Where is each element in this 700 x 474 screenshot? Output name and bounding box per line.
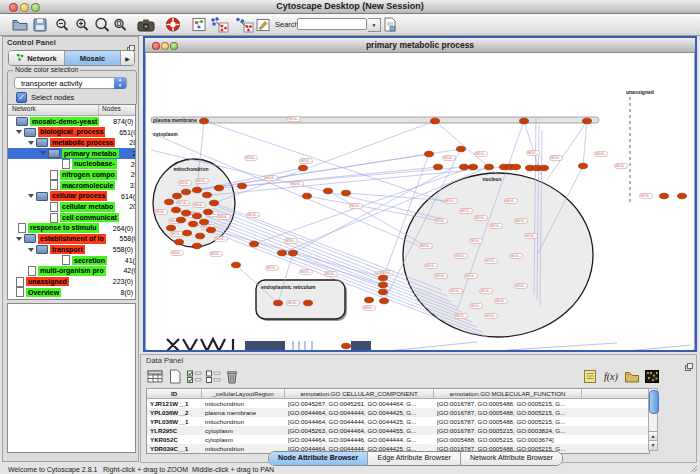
network-node[interactable] bbox=[485, 164, 494, 170]
tree-row[interactable]: multi-organism pro42(0) bbox=[8, 266, 135, 277]
tree-row[interactable]: transport558(0) bbox=[8, 244, 135, 255]
network-canvas[interactable]: GO:0…GO:0…GO:0…GO:0…GO:0…GO:0…GO:0…GO:0…… bbox=[147, 55, 693, 350]
network-node[interactable] bbox=[177, 217, 186, 223]
disclosure-triangle-icon[interactable] bbox=[28, 248, 34, 252]
tree-row[interactable]: metabolic process280(0) bbox=[8, 137, 135, 148]
tree-row[interactable]: cellular metabo209(0) bbox=[8, 202, 135, 213]
resize-grip-icon[interactable] bbox=[690, 465, 698, 473]
network-node[interactable] bbox=[304, 300, 313, 306]
network-node[interactable] bbox=[342, 343, 351, 349]
window-titlebar[interactable]: Cytoscape Desktop (New Session) bbox=[0, 0, 700, 14]
open-session-icon[interactable] bbox=[11, 16, 29, 33]
float-data-panel-icon[interactable] bbox=[685, 357, 693, 365]
network-node[interactable] bbox=[200, 219, 209, 225]
disclosure-triangle-icon[interactable] bbox=[16, 237, 22, 241]
tree-header[interactable]: Network Nodes bbox=[8, 105, 135, 116]
import-table-folder-icon[interactable] bbox=[624, 369, 640, 384]
table-cell[interactable]: YPL036W__1 bbox=[147, 417, 202, 426]
apply-layout-b-icon[interactable] bbox=[234, 16, 254, 33]
tree-row[interactable]: nucleobase-209(0) bbox=[8, 159, 135, 170]
table-cell[interactable]: YPL036W__2 bbox=[147, 408, 202, 417]
network-node[interactable] bbox=[183, 230, 192, 236]
disclosure-triangle-icon[interactable] bbox=[28, 194, 34, 198]
search-input[interactable] bbox=[297, 18, 367, 30]
network-node[interactable] bbox=[215, 185, 224, 191]
disclosure-triangle-icon[interactable] bbox=[28, 141, 34, 145]
network-node[interactable] bbox=[200, 118, 209, 124]
network-node[interactable] bbox=[196, 233, 205, 239]
new-attribute-icon[interactable] bbox=[167, 369, 183, 384]
table-cell[interactable]: YJR121W__1 bbox=[147, 399, 202, 408]
unselect-attributes-icon[interactable] bbox=[205, 369, 221, 384]
table-cell[interactable]: [GO:0005488, GO:0005215, GO:0003674] bbox=[434, 435, 582, 444]
tree-row[interactable]: primary metabo209(... bbox=[8, 148, 135, 159]
table-cell[interactable]: [GO:0044464, GO:0044444, GO:0044425, G..… bbox=[285, 408, 434, 417]
network-node[interactable] bbox=[434, 164, 443, 170]
tree-row[interactable]: mosaic-demo-yeast874(0) bbox=[8, 116, 135, 127]
edge[interactable] bbox=[547, 121, 587, 180]
network-node[interactable] bbox=[204, 209, 213, 215]
network-node[interactable] bbox=[238, 183, 247, 189]
network-node[interactable] bbox=[469, 164, 478, 170]
plasma-membrane-region[interactable] bbox=[151, 117, 599, 123]
annotation-notes-icon[interactable] bbox=[582, 369, 598, 384]
tree-row[interactable]: unassigned223(0) bbox=[8, 276, 135, 287]
table-cell[interactable]: cytoplasm bbox=[202, 435, 285, 444]
column-header[interactable]: annotation.GO CELLULAR_COMPONENT bbox=[285, 389, 434, 398]
network-node[interactable] bbox=[678, 193, 687, 199]
table-row[interactable]: YPL036W__1mitochondrion[GO:0044464, GO:0… bbox=[147, 417, 649, 426]
edge[interactable] bbox=[583, 121, 587, 166]
table-cell[interactable]: mitochondrion bbox=[202, 417, 285, 426]
matrix-view-icon[interactable] bbox=[644, 369, 660, 384]
network-node[interactable] bbox=[380, 298, 389, 304]
tab-overflow-arrow[interactable]: ▶ bbox=[121, 51, 134, 65]
column-header[interactable]: ID bbox=[147, 389, 202, 398]
network-node[interactable] bbox=[210, 200, 219, 206]
network-node[interactable] bbox=[365, 297, 374, 303]
table-cell[interactable]: mitochondrion bbox=[202, 399, 285, 408]
network-node[interactable] bbox=[342, 190, 351, 196]
disclosure-triangle-icon[interactable] bbox=[40, 151, 46, 155]
network-node[interactable] bbox=[425, 151, 434, 157]
formula-builder-icon[interactable]: f(x) bbox=[603, 369, 619, 384]
network-view-titlebar[interactable]: primary metabolic process bbox=[145, 38, 695, 53]
network-node[interactable] bbox=[457, 146, 466, 152]
network-node[interactable] bbox=[193, 187, 202, 193]
edit-network-icon[interactable] bbox=[256, 16, 270, 33]
network-overview-icon[interactable] bbox=[192, 16, 206, 33]
network-node[interactable] bbox=[379, 275, 388, 281]
attribute-table-header[interactable]: ID_cellularLayoutRegionannotation.GO CEL… bbox=[147, 389, 649, 399]
network-node[interactable] bbox=[289, 250, 298, 256]
table-cell[interactable]: cytoplasm bbox=[202, 426, 285, 435]
network-node[interactable] bbox=[193, 213, 202, 219]
node-color-dropdown[interactable]: transporter activity ▲▼ bbox=[14, 77, 127, 89]
search-dropdown-button[interactable]: ▼ bbox=[368, 18, 381, 32]
select-attributes-icon[interactable] bbox=[186, 369, 202, 384]
network-node[interactable] bbox=[182, 189, 191, 195]
network-node[interactable] bbox=[583, 118, 592, 124]
select-nodes-checkbox[interactable]: ✓ bbox=[16, 92, 27, 103]
network-node[interactable] bbox=[175, 239, 184, 245]
birds-eye-view[interactable] bbox=[7, 303, 136, 453]
network-node[interactable] bbox=[379, 289, 388, 295]
network-node[interactable] bbox=[167, 225, 176, 231]
attribute-table-icon[interactable] bbox=[147, 369, 163, 384]
tree-row[interactable]: cellular process614(0) bbox=[8, 191, 135, 202]
tree-row[interactable]: establishment of lo558(0) bbox=[8, 234, 135, 245]
network-node[interactable] bbox=[274, 300, 283, 306]
tree-header-network[interactable]: Network bbox=[8, 105, 99, 115]
network-node[interactable] bbox=[379, 282, 388, 288]
table-row[interactable]: YKR052Ccytoplasm[GO:0044464, GO:0044446,… bbox=[147, 435, 649, 444]
network-node[interactable] bbox=[579, 163, 588, 169]
network-node[interactable] bbox=[540, 165, 549, 171]
help-lifering-icon[interactable] bbox=[165, 16, 181, 33]
network-node[interactable] bbox=[299, 165, 308, 171]
tree-row[interactable]: biological_process651(0) bbox=[8, 127, 135, 138]
network-node[interactable] bbox=[232, 262, 241, 268]
network-node[interactable] bbox=[278, 250, 287, 256]
tree-row[interactable]: secretion41(0) bbox=[8, 255, 135, 266]
delete-attribute-trash-icon[interactable] bbox=[224, 369, 240, 384]
table-cell[interactable]: [GO:0045267, GO:0045261, GO:0044464, G..… bbox=[285, 399, 434, 408]
tree-header-nodes[interactable]: Nodes bbox=[99, 105, 135, 115]
network-node[interactable] bbox=[660, 193, 669, 199]
